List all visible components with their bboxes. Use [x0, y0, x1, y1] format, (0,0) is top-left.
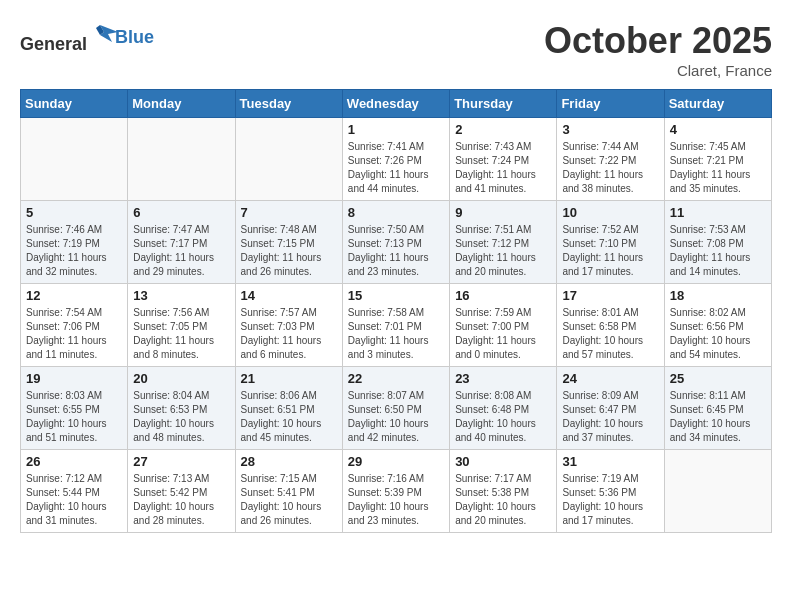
table-row [21, 118, 128, 201]
table-row: 8Sunrise: 7:50 AM Sunset: 7:13 PM Daylig… [342, 201, 449, 284]
table-row: 4Sunrise: 7:45 AM Sunset: 7:21 PM Daylig… [664, 118, 771, 201]
day-number: 9 [455, 205, 551, 220]
calendar-week-row: 12Sunrise: 7:54 AM Sunset: 7:06 PM Dayli… [21, 284, 772, 367]
table-row: 7Sunrise: 7:48 AM Sunset: 7:15 PM Daylig… [235, 201, 342, 284]
day-number: 21 [241, 371, 337, 386]
table-row: 28Sunrise: 7:15 AM Sunset: 5:41 PM Dayli… [235, 450, 342, 533]
day-info: Sunrise: 7:12 AM Sunset: 5:44 PM Dayligh… [26, 472, 122, 528]
day-info: Sunrise: 7:52 AM Sunset: 7:10 PM Dayligh… [562, 223, 658, 279]
table-row [235, 118, 342, 201]
day-number: 25 [670, 371, 766, 386]
table-row: 2Sunrise: 7:43 AM Sunset: 7:24 PM Daylig… [450, 118, 557, 201]
table-row: 21Sunrise: 8:06 AM Sunset: 6:51 PM Dayli… [235, 367, 342, 450]
header-saturday: Saturday [664, 90, 771, 118]
table-row: 19Sunrise: 8:03 AM Sunset: 6:55 PM Dayli… [21, 367, 128, 450]
header-thursday: Thursday [450, 90, 557, 118]
day-info: Sunrise: 8:04 AM Sunset: 6:53 PM Dayligh… [133, 389, 229, 445]
day-number: 10 [562, 205, 658, 220]
calendar-week-row: 26Sunrise: 7:12 AM Sunset: 5:44 PM Dayli… [21, 450, 772, 533]
day-info: Sunrise: 7:19 AM Sunset: 5:36 PM Dayligh… [562, 472, 658, 528]
day-number: 1 [348, 122, 444, 137]
day-number: 29 [348, 454, 444, 469]
day-info: Sunrise: 7:56 AM Sunset: 7:05 PM Dayligh… [133, 306, 229, 362]
table-row: 14Sunrise: 7:57 AM Sunset: 7:03 PM Dayli… [235, 284, 342, 367]
day-number: 20 [133, 371, 229, 386]
header-tuesday: Tuesday [235, 90, 342, 118]
day-number: 15 [348, 288, 444, 303]
calendar-week-row: 19Sunrise: 8:03 AM Sunset: 6:55 PM Dayli… [21, 367, 772, 450]
table-row: 15Sunrise: 7:58 AM Sunset: 7:01 PM Dayli… [342, 284, 449, 367]
day-info: Sunrise: 7:13 AM Sunset: 5:42 PM Dayligh… [133, 472, 229, 528]
table-row: 5Sunrise: 7:46 AM Sunset: 7:19 PM Daylig… [21, 201, 128, 284]
day-info: Sunrise: 8:01 AM Sunset: 6:58 PM Dayligh… [562, 306, 658, 362]
day-info: Sunrise: 8:02 AM Sunset: 6:56 PM Dayligh… [670, 306, 766, 362]
table-row: 22Sunrise: 8:07 AM Sunset: 6:50 PM Dayli… [342, 367, 449, 450]
page-header: General Blue October 2025 Claret, France [20, 20, 772, 79]
table-row: 13Sunrise: 7:56 AM Sunset: 7:05 PM Dayli… [128, 284, 235, 367]
calendar-table: Sunday Monday Tuesday Wednesday Thursday… [20, 89, 772, 533]
day-info: Sunrise: 8:06 AM Sunset: 6:51 PM Dayligh… [241, 389, 337, 445]
table-row: 9Sunrise: 7:51 AM Sunset: 7:12 PM Daylig… [450, 201, 557, 284]
day-info: Sunrise: 7:54 AM Sunset: 7:06 PM Dayligh… [26, 306, 122, 362]
table-row: 10Sunrise: 7:52 AM Sunset: 7:10 PM Dayli… [557, 201, 664, 284]
table-row: 18Sunrise: 8:02 AM Sunset: 6:56 PM Dayli… [664, 284, 771, 367]
day-info: Sunrise: 7:15 AM Sunset: 5:41 PM Dayligh… [241, 472, 337, 528]
day-info: Sunrise: 7:48 AM Sunset: 7:15 PM Dayligh… [241, 223, 337, 279]
day-number: 11 [670, 205, 766, 220]
day-number: 28 [241, 454, 337, 469]
day-number: 13 [133, 288, 229, 303]
table-row: 1Sunrise: 7:41 AM Sunset: 7:26 PM Daylig… [342, 118, 449, 201]
day-number: 17 [562, 288, 658, 303]
table-row: 16Sunrise: 7:59 AM Sunset: 7:00 PM Dayli… [450, 284, 557, 367]
table-row: 24Sunrise: 8:09 AM Sunset: 6:47 PM Dayli… [557, 367, 664, 450]
table-row: 25Sunrise: 8:11 AM Sunset: 6:45 PM Dayli… [664, 367, 771, 450]
day-info: Sunrise: 7:43 AM Sunset: 7:24 PM Dayligh… [455, 140, 551, 196]
day-number: 31 [562, 454, 658, 469]
day-number: 4 [670, 122, 766, 137]
day-info: Sunrise: 7:44 AM Sunset: 7:22 PM Dayligh… [562, 140, 658, 196]
day-number: 30 [455, 454, 551, 469]
logo-general: General [20, 34, 87, 54]
day-info: Sunrise: 7:17 AM Sunset: 5:38 PM Dayligh… [455, 472, 551, 528]
table-row: 6Sunrise: 7:47 AM Sunset: 7:17 PM Daylig… [128, 201, 235, 284]
day-number: 14 [241, 288, 337, 303]
table-row: 23Sunrise: 8:08 AM Sunset: 6:48 PM Dayli… [450, 367, 557, 450]
weekday-header-row: Sunday Monday Tuesday Wednesday Thursday… [21, 90, 772, 118]
table-row: 31Sunrise: 7:19 AM Sunset: 5:36 PM Dayli… [557, 450, 664, 533]
day-number: 16 [455, 288, 551, 303]
day-info: Sunrise: 7:50 AM Sunset: 7:13 PM Dayligh… [348, 223, 444, 279]
day-number: 6 [133, 205, 229, 220]
day-number: 23 [455, 371, 551, 386]
day-number: 7 [241, 205, 337, 220]
header-wednesday: Wednesday [342, 90, 449, 118]
day-info: Sunrise: 7:57 AM Sunset: 7:03 PM Dayligh… [241, 306, 337, 362]
day-info: Sunrise: 7:41 AM Sunset: 7:26 PM Dayligh… [348, 140, 444, 196]
table-row [664, 450, 771, 533]
day-info: Sunrise: 7:59 AM Sunset: 7:00 PM Dayligh… [455, 306, 551, 362]
table-row: 3Sunrise: 7:44 AM Sunset: 7:22 PM Daylig… [557, 118, 664, 201]
day-info: Sunrise: 8:07 AM Sunset: 6:50 PM Dayligh… [348, 389, 444, 445]
day-info: Sunrise: 8:09 AM Sunset: 6:47 PM Dayligh… [562, 389, 658, 445]
day-info: Sunrise: 7:47 AM Sunset: 7:17 PM Dayligh… [133, 223, 229, 279]
table-row: 30Sunrise: 7:17 AM Sunset: 5:38 PM Dayli… [450, 450, 557, 533]
day-info: Sunrise: 7:45 AM Sunset: 7:21 PM Dayligh… [670, 140, 766, 196]
table-row: 12Sunrise: 7:54 AM Sunset: 7:06 PM Dayli… [21, 284, 128, 367]
table-row: 20Sunrise: 8:04 AM Sunset: 6:53 PM Dayli… [128, 367, 235, 450]
table-row: 11Sunrise: 7:53 AM Sunset: 7:08 PM Dayli… [664, 201, 771, 284]
day-number: 5 [26, 205, 122, 220]
table-row: 17Sunrise: 8:01 AM Sunset: 6:58 PM Dayli… [557, 284, 664, 367]
day-number: 3 [562, 122, 658, 137]
day-info: Sunrise: 7:51 AM Sunset: 7:12 PM Dayligh… [455, 223, 551, 279]
day-number: 2 [455, 122, 551, 137]
header-monday: Monday [128, 90, 235, 118]
location: Claret, France [544, 62, 772, 79]
day-info: Sunrise: 7:53 AM Sunset: 7:08 PM Dayligh… [670, 223, 766, 279]
day-number: 27 [133, 454, 229, 469]
day-info: Sunrise: 7:16 AM Sunset: 5:39 PM Dayligh… [348, 472, 444, 528]
calendar-week-row: 5Sunrise: 7:46 AM Sunset: 7:19 PM Daylig… [21, 201, 772, 284]
table-row [128, 118, 235, 201]
day-number: 12 [26, 288, 122, 303]
day-info: Sunrise: 8:03 AM Sunset: 6:55 PM Dayligh… [26, 389, 122, 445]
calendar-week-row: 1Sunrise: 7:41 AM Sunset: 7:26 PM Daylig… [21, 118, 772, 201]
table-row: 26Sunrise: 7:12 AM Sunset: 5:44 PM Dayli… [21, 450, 128, 533]
